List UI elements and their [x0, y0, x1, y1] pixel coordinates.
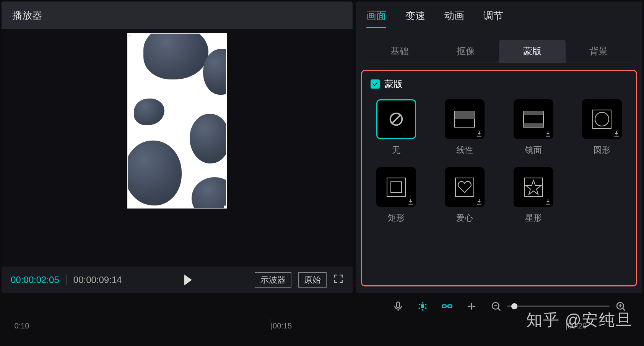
svg-rect-15 [422, 305, 424, 308]
download-icon [407, 198, 415, 205]
zoom-track[interactable] [507, 306, 610, 307]
svg-rect-17 [448, 305, 452, 308]
svg-line-21 [498, 308, 500, 310]
download-icon [544, 198, 552, 205]
total-timecode: 00:00:09:14 [73, 275, 122, 285]
video-canvas[interactable] [2, 29, 353, 267]
mask-circle-thumb[interactable] [582, 99, 622, 139]
zoom-knob[interactable] [511, 303, 517, 309]
panel-tabs: 画面变速动画调节 [356, 2, 642, 28]
mask-heart[interactable]: 爱心 [439, 167, 491, 224]
snap-icon[interactable] [416, 300, 429, 313]
mic-icon[interactable] [392, 300, 405, 313]
download-icon [475, 198, 483, 205]
player-title: 播放器 [2, 2, 353, 29]
mask-section-label: 蒙版 [384, 78, 403, 90]
subtab-0[interactable]: 基础 [366, 40, 433, 63]
mask-linear[interactable]: 线性 [439, 99, 491, 156]
mask-checkbox-row[interactable]: 蒙版 [371, 78, 631, 90]
subtab-1[interactable]: 抠像 [433, 40, 499, 63]
tab-3[interactable]: 调节 [483, 9, 503, 28]
svg-rect-7 [593, 110, 611, 128]
download-icon [613, 130, 620, 137]
mask-highlight-box: 蒙版 无线性镜面圆形矩形爱心星形 [361, 70, 637, 286]
properties-panel: 画面变速动画调节 基础抠像蒙版背景 蒙版 无线性镜面圆形矩形爱心星形 [356, 2, 642, 293]
player-controls: 00:00:02:05 00:00:09:14 示波器 原始 [2, 267, 353, 293]
subtab-2[interactable]: 蒙版 [499, 40, 566, 63]
mask-rect-label: 矩形 [388, 212, 405, 224]
mask-mirror-thumb[interactable] [514, 99, 553, 139]
original-button[interactable]: 原始 [298, 272, 327, 288]
mask-grid: 无线性镜面圆形矩形爱心星形 [368, 99, 631, 224]
oscilloscope-button[interactable]: 示波器 [255, 272, 291, 288]
mask-none-thumb[interactable] [376, 99, 416, 139]
tab-0[interactable]: 画面 [366, 9, 386, 28]
mask-rect-thumb[interactable] [376, 167, 416, 207]
svg-rect-10 [391, 182, 402, 192]
mask-star-label: 星形 [525, 212, 542, 224]
svg-rect-16 [442, 305, 446, 308]
svg-rect-9 [387, 178, 405, 196]
cut-icon[interactable] [465, 300, 478, 313]
play-button[interactable] [184, 275, 192, 285]
mask-heart-label: 爱心 [456, 212, 473, 224]
mask-none-label: 无 [392, 144, 400, 156]
mask-mirror-label: 镜面 [525, 144, 542, 156]
mask-circle-label: 圆形 [594, 144, 610, 156]
mask-mirror[interactable]: 镜面 [508, 99, 559, 156]
timeline-tick: 0:10 [15, 322, 29, 330]
mask-star-thumb[interactable] [514, 167, 553, 207]
mask-linear-thumb[interactable] [445, 99, 485, 139]
fullscreen-icon[interactable] [333, 274, 343, 286]
zoom-out-icon[interactable] [490, 300, 503, 313]
subtab-3[interactable]: 背景 [566, 40, 632, 63]
current-timecode: 00:00:02:05 [11, 275, 59, 285]
svg-rect-6 [524, 123, 543, 127]
tab-1[interactable]: 变速 [405, 9, 425, 28]
watermark: 知乎 @安纯旦 [526, 309, 633, 331]
mask-linear-label: 线性 [456, 144, 473, 156]
download-icon [475, 130, 483, 137]
download-icon [544, 130, 552, 137]
svg-rect-11 [455, 178, 474, 196]
svg-rect-3 [455, 111, 475, 119]
link-icon[interactable] [441, 300, 454, 313]
timeline-tick: |00:15 [271, 322, 292, 330]
mask-heart-thumb[interactable] [445, 167, 485, 207]
mask-checkbox[interactable] [371, 79, 380, 89]
mask-circle[interactable]: 圆形 [577, 99, 628, 156]
mask-none[interactable]: 无 [371, 99, 422, 156]
svg-rect-14 [397, 302, 400, 308]
svg-marker-13 [526, 180, 541, 194]
svg-point-8 [595, 112, 609, 126]
mask-star[interactable]: 星形 [508, 167, 559, 224]
video-frame[interactable] [127, 33, 227, 209]
tab-2[interactable]: 动画 [444, 9, 464, 28]
panel-subtabs: 基础抠像蒙版背景 [366, 40, 632, 63]
player-panel: 播放器 00:00:02:05 00:00:09:14 示波器 原始 [2, 2, 353, 293]
mask-rect[interactable]: 矩形 [371, 167, 422, 224]
svg-line-1 [392, 115, 400, 124]
svg-rect-5 [524, 111, 543, 115]
divider [66, 275, 67, 285]
